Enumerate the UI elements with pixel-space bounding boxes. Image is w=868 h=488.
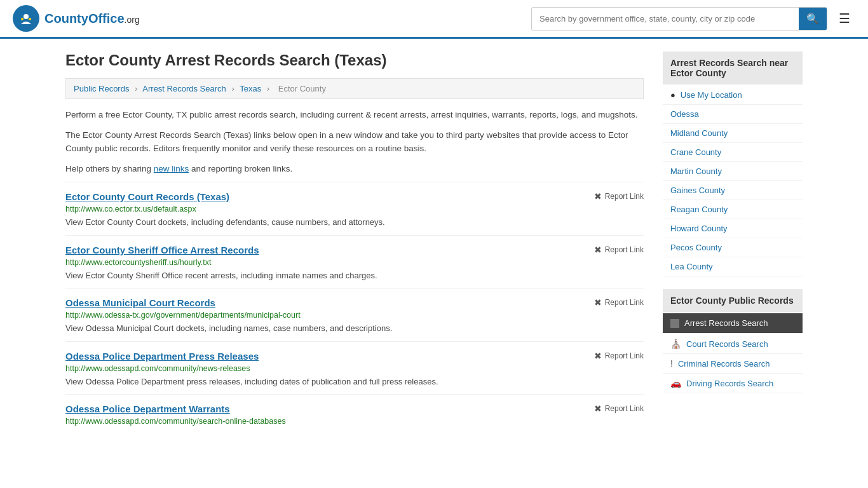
sidebar: Arrest Records Search near Ector County … <box>663 51 803 435</box>
result-title[interactable]: Odessa Police Department Warrants <box>65 403 230 414</box>
sidebar-nearby-link[interactable]: Crane County <box>663 143 803 162</box>
result-title[interactable]: Odessa Police Department Press Releases <box>65 351 259 362</box>
result-item: Ector County Sheriff Office Arrest Recor… <box>65 235 644 288</box>
result-header: Ector County Court Records (Texas) ✖ Rep… <box>65 191 644 202</box>
report-icon: ✖ <box>594 297 602 308</box>
new-links-link[interactable]: new links <box>154 164 189 173</box>
svg-point-1 <box>24 14 29 19</box>
sidebar-nearby-link[interactable]: Martin County <box>663 162 803 181</box>
sidebar-nearby-link[interactable]: Midland County <box>663 124 803 143</box>
sidebar-public-link[interactable]: ⛪Court Records Search <box>663 334 803 354</box>
menu-button[interactable]: ☰ <box>834 8 855 29</box>
report-link[interactable]: ✖ Report Link <box>594 191 644 201</box>
result-url[interactable]: http://www.odessa-tx.gov/government/depa… <box>65 311 644 320</box>
description-1: Perform a free Ector County, TX public a… <box>65 108 644 122</box>
description-2: The Ector County Arrest Records Search (… <box>65 128 644 156</box>
result-item: Odessa Municipal Court Records ✖ Report … <box>65 288 644 341</box>
sidebar-public-link[interactable]: 🚗Driving Records Search <box>663 374 803 393</box>
report-link[interactable]: ✖ Report Link <box>594 403 644 414</box>
search-button[interactable]: 🔍 <box>799 8 827 30</box>
header-right: 🔍 ☰ <box>531 7 855 30</box>
logo-icon <box>13 5 39 32</box>
search-input[interactable] <box>532 9 799 29</box>
breadcrumb-arrest-records[interactable]: Arrest Records Search <box>142 84 226 93</box>
results-container: Ector County Court Records (Texas) ✖ Rep… <box>65 182 644 435</box>
sidebar-nearby-link[interactable]: Pecos County <box>663 238 803 257</box>
nearby-header: Arrest Records Search near Ector County <box>663 51 803 85</box>
search-bar: 🔍 <box>531 7 827 30</box>
sidebar-public-link[interactable]: !Criminal Records Search <box>663 354 803 374</box>
location-icon: ● <box>670 90 675 100</box>
report-link[interactable]: ✖ Report Link <box>594 245 644 255</box>
result-url[interactable]: http://www.co.ector.tx.us/default.aspx <box>65 205 644 214</box>
public-records-header: Ector County Public Records <box>663 289 803 312</box>
content-area: Ector County Arrest Records Search (Texa… <box>65 51 644 435</box>
result-header: Odessa Municipal Court Records ✖ Report … <box>65 297 644 308</box>
result-item: Odessa Police Department Warrants ✖ Repo… <box>65 394 644 435</box>
report-icon: ✖ <box>594 191 602 201</box>
logo-area: CountyOffice.org <box>13 5 140 32</box>
pub-icon: ⛪ <box>670 339 681 349</box>
svg-point-3 <box>29 18 31 20</box>
result-item: Ector County Court Records (Texas) ✖ Rep… <box>65 182 644 235</box>
sidebar-nearby-link[interactable]: Howard County <box>663 219 803 238</box>
sidebar-public-active[interactable]: Arrest Records Search <box>663 313 803 333</box>
sidebar-nearby-link[interactable]: Lea County <box>663 257 803 276</box>
page-title: Ector County Arrest Records Search (Texa… <box>65 51 644 69</box>
result-url[interactable]: http://www.odessapd.com/community/search… <box>65 417 644 426</box>
pub-icon: ! <box>670 358 673 369</box>
breadcrumb: Public Records › Arrest Records Search ›… <box>65 78 644 99</box>
use-my-location[interactable]: ● Use My Location <box>663 86 803 105</box>
result-title[interactable]: Ector County Sheriff Office Arrest Recor… <box>65 245 259 255</box>
result-desc: View Ector County Sheriff Office recent … <box>65 269 644 282</box>
breadcrumb-ector-county: Ector County <box>278 84 326 93</box>
logo-text: CountyOffice.org <box>44 11 140 26</box>
result-header: Odessa Police Department Warrants ✖ Repo… <box>65 403 644 414</box>
sidebar-nearby-link[interactable]: Reagan County <box>663 200 803 219</box>
sidebar-nearby-link[interactable]: Gaines County <box>663 181 803 200</box>
nearby-section: Arrest Records Search near Ector County … <box>663 51 803 276</box>
breadcrumb-public-records[interactable]: Public Records <box>74 84 129 93</box>
active-box-icon <box>670 319 679 328</box>
description-3: Help others by sharing new links and rep… <box>65 162 644 176</box>
report-icon: ✖ <box>594 351 602 361</box>
result-desc: View Ector County Court dockets, includi… <box>65 216 644 229</box>
report-link[interactable]: ✖ Report Link <box>594 351 644 361</box>
result-item: Odessa Police Department Press Releases … <box>65 341 644 395</box>
report-link[interactable]: ✖ Report Link <box>594 297 644 308</box>
result-header: Odessa Police Department Press Releases … <box>65 351 644 362</box>
sidebar-nearby-link[interactable]: Odessa <box>663 105 803 124</box>
breadcrumb-texas[interactable]: Texas <box>240 84 261 93</box>
svg-point-2 <box>21 18 24 20</box>
public-records-section: Ector County Public Records Arrest Recor… <box>663 289 803 393</box>
main-container: Ector County Arrest Records Search (Texa… <box>53 39 815 447</box>
pub-icon: 🚗 <box>670 378 681 388</box>
report-icon: ✖ <box>594 245 602 255</box>
result-url[interactable]: http://www.odessapd.com/community/news-r… <box>65 364 644 373</box>
report-icon: ✖ <box>594 403 602 414</box>
result-header: Ector County Sheriff Office Arrest Recor… <box>65 245 644 255</box>
result-title[interactable]: Ector County Court Records (Texas) <box>65 191 229 202</box>
header: CountyOffice.org 🔍 ☰ <box>0 0 868 39</box>
result-title[interactable]: Odessa Municipal Court Records <box>65 297 215 308</box>
public-records-links: Arrest Records Search⛪Court Records Sear… <box>663 313 803 393</box>
result-url[interactable]: http://www.ectorcountysheriff.us/hourly.… <box>65 258 644 267</box>
result-desc: View Odessa Municipal Court dockets, inc… <box>65 322 644 335</box>
nearby-links: OdessaMidland CountyCrane CountyMartin C… <box>663 105 803 276</box>
result-desc: View Odessa Police Department press rele… <box>65 376 644 388</box>
